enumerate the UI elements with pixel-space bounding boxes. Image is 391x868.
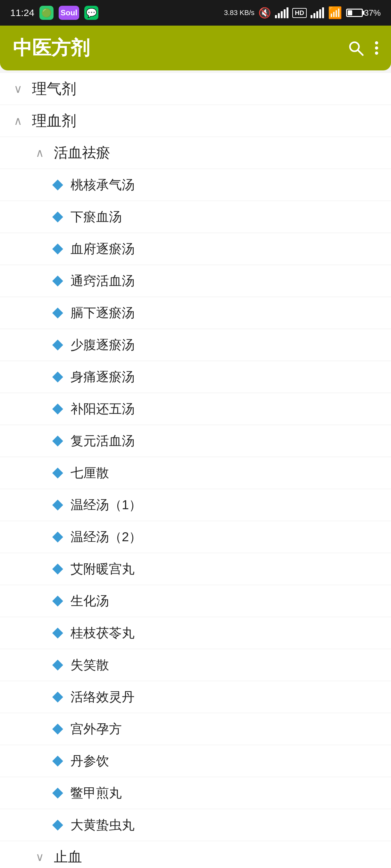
item-text: 活络效灵丹 [71,688,135,706]
diamond-bullet-icon [52,308,63,318]
status-time: 11:24 [10,7,34,18]
list-container: ∨ 理气剂 ∧ 理血剂 ∧ 活血祛瘀 桃核承气汤 下瘀血汤 血府逐瘀汤 通窍活血… [0,70,391,868]
list-item[interactable]: 少腹逐瘀汤 [0,329,391,361]
item-text: 宫外孕方 [71,720,122,738]
signal-bars [275,7,288,18]
item-text: 失笑散 [71,656,109,674]
diamond-bullet-icon [52,532,63,542]
list-item[interactable]: 膈下逐瘀汤 [0,297,391,329]
diamond-bullet-icon [52,788,63,799]
item-text: 活血祛瘀 [54,144,110,162]
battery: 37% [346,8,381,18]
list-item[interactable]: 七厘散 [0,457,391,489]
item-text: 止血 [54,847,82,866]
item-text: 艾附暖宫丸 [71,560,135,578]
chevron-up-icon: ∧ [10,114,26,128]
item-text: 身痛逐瘀汤 [71,368,135,386]
list-item[interactable]: 失笑散 [0,649,391,681]
list-item[interactable]: 血府逐瘀汤 [0,233,391,265]
item-text: 七厘散 [71,464,109,482]
network-speed: 3.83 KB/s [224,9,254,17]
diamond-bullet-icon [52,180,63,190]
item-text: 鳖甲煎丸 [71,784,122,802]
more-button[interactable] [375,41,378,55]
list-item[interactable]: ∨ 理气剂 [0,73,391,105]
item-text: 下瘀血汤 [71,208,122,226]
list-item[interactable]: 鳖甲煎丸 [0,777,391,809]
diamond-bullet-icon [52,276,63,286]
status-bar: 11:24 🟢 Soul 💬 3.83 KB/s 🔇 HD 📶 [0,0,391,26]
list-item[interactable]: 温经汤（1） [0,489,391,521]
item-text: 通窍活血汤 [71,272,135,290]
list-item[interactable]: ∧ 活血祛瘀 [0,137,391,169]
list-item[interactable]: 桃核承气汤 [0,169,391,201]
diamond-bullet-icon [52,820,63,831]
list-item[interactable]: 身痛逐瘀汤 [0,361,391,393]
list-item[interactable]: 下瘀血汤 [0,201,391,233]
chevron-up-icon: ∧ [32,146,48,160]
item-text: 温经汤（1） [71,496,142,514]
app-bar-icons [347,39,378,57]
list-item[interactable]: 活络效灵丹 [0,681,391,713]
list-item[interactable]: 宫外孕方 [0,713,391,745]
list-item[interactable]: 大黄蛰虫丸 [0,809,391,841]
diamond-bullet-icon [52,212,63,222]
list-item[interactable]: 通窍活血汤 [0,265,391,297]
chevron-down-icon: ∨ [32,850,48,864]
status-right: 3.83 KB/s 🔇 HD 📶 37% [224,6,381,20]
mute-icon: 🔇 [258,7,271,19]
list-item[interactable]: ∧ 理血剂 [0,105,391,137]
diamond-bullet-icon [52,500,63,510]
item-text: 温经汤（2） [71,528,142,546]
chevron-down-icon: ∨ [10,82,26,96]
item-text: 理气剂 [32,79,76,99]
svg-line-1 [358,50,363,55]
diamond-bullet-icon [52,244,63,254]
diamond-bullet-icon [52,692,63,703]
wechat-icon: 💬 [84,6,99,20]
soul-icon: Soul [59,6,79,20]
list-item[interactable]: 艾附暖宫丸 [0,553,391,585]
item-text: 理血剂 [32,111,76,131]
diamond-bullet-icon [52,436,63,446]
item-text: 桃核承气汤 [71,176,135,194]
diamond-bullet-icon [52,404,63,414]
diamond-bullet-icon [52,468,63,478]
diamond-bullet-icon [52,340,63,350]
diamond-bullet-icon [52,564,63,575]
diamond-bullet-icon [52,724,63,735]
item-text: 血府逐瘀汤 [71,240,135,258]
app-icon-green: 🟢 [39,6,54,20]
diamond-bullet-icon [52,372,63,382]
list-item[interactable]: 桂枝茯苓丸 [0,617,391,649]
item-text: 生化汤 [71,592,109,610]
diamond-bullet-icon [52,628,63,639]
item-text: 少腹逐瘀汤 [71,336,135,354]
list-item[interactable]: 补阳还五汤 [0,393,391,425]
signal-bars-2 [311,7,324,18]
item-text: 膈下逐瘀汤 [71,304,135,322]
item-text: 复元活血汤 [71,432,135,450]
item-text: 丹参饮 [71,752,109,770]
diamond-bullet-icon [52,660,63,671]
app-bar: 中医方剂 [0,26,391,70]
hd-badge: HD [292,8,307,18]
status-left: 11:24 🟢 Soul 💬 [10,6,99,20]
list-item[interactable]: 复元活血汤 [0,425,391,457]
item-text: 大黄蛰虫丸 [71,816,135,834]
diamond-bullet-icon [52,596,63,607]
search-button[interactable] [347,39,365,57]
item-text: 补阳还五汤 [71,400,135,418]
list-item[interactable]: ∨ 止血 [0,841,391,868]
wifi-icon: 📶 [328,6,342,20]
diamond-bullet-icon [52,756,63,767]
list-item[interactable]: 生化汤 [0,585,391,617]
item-text: 桂枝茯苓丸 [71,624,135,642]
app-title: 中医方剂 [13,35,90,61]
list-item[interactable]: 丹参饮 [0,745,391,777]
list-item[interactable]: 温经汤（2） [0,521,391,553]
